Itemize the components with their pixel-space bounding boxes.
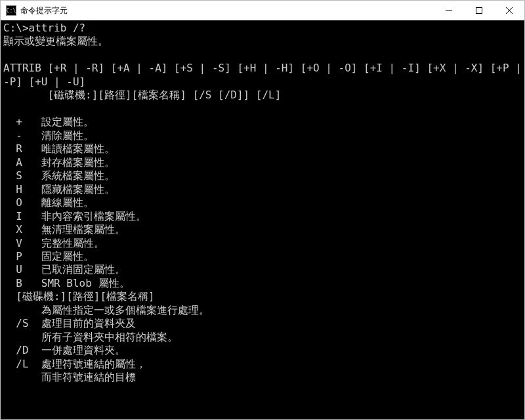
opt-row: A 封存檔案屬性。	[3, 156, 115, 169]
opt-row: H 隱藏檔案屬性。	[3, 183, 115, 196]
switch-row: /D 一併處理資料夾。	[3, 344, 125, 356]
close-button[interactable]	[494, 1, 524, 20]
switch-row: /L 處理符號連結的屬性，	[3, 358, 146, 370]
window-controls	[434, 1, 524, 20]
usage-line-1: ATTRIB [+R | -R] [+A | -A] [+S | -S] [+H…	[3, 62, 524, 87]
description-line: 顯示或變更檔案屬性。	[3, 35, 108, 47]
opt-row: S 系統檔案屬性。	[3, 169, 115, 182]
path-desc: 為屬性指定一或多個檔案進行處理。	[3, 304, 209, 316]
minimize-button[interactable]	[434, 1, 464, 20]
terminal-output[interactable]: C:\>attrib /? 顯示或變更檔案屬性。 ATTRIB [+R | -R…	[1, 20, 524, 419]
cmd-window: C:\ 命令提示字元 C:\>attrib /? 顯示或變更檔案屬性。 ATTR…	[0, 0, 525, 420]
usage-line-2: [磁碟機:][路徑][檔案名稱] [/S [/D]] [/L]	[3, 89, 281, 101]
opt-row: - 清除屬性。	[3, 129, 94, 142]
path-label: [磁碟機:][路徑][檔案名稱]	[3, 290, 155, 303]
titlebar[interactable]: C:\ 命令提示字元	[1, 1, 524, 20]
command-text: attrib /?	[29, 22, 86, 34]
opt-row: X 無清理檔案屬性。	[3, 223, 125, 236]
cmd-icon: C:\	[6, 5, 16, 16]
opt-row: V 完整性屬性。	[3, 237, 104, 249]
opt-row: B SMR Blob 屬性。	[3, 277, 130, 289]
opt-row: I 非內容索引檔案屬性。	[3, 210, 146, 222]
prompt: C:\>	[3, 22, 29, 34]
svg-rect-1	[476, 8, 482, 14]
switch-row: /S 處理目前的資料夾及	[3, 317, 136, 329]
switch-row: 而非符號連結的目標	[3, 371, 136, 383]
opt-row: P 固定屬性。	[3, 250, 94, 262]
opt-row: O 離線屬性。	[3, 196, 94, 209]
maximize-button[interactable]	[464, 1, 494, 20]
opt-row: R 唯讀檔案屬性。	[3, 142, 115, 155]
opt-row: + 設定屬性。	[3, 116, 94, 128]
opt-row: U 已取消固定屬性。	[3, 263, 125, 276]
switch-row: 所有子資料夾中相符的檔案。	[3, 331, 178, 343]
window-title: 命令提示字元	[20, 5, 434, 16]
